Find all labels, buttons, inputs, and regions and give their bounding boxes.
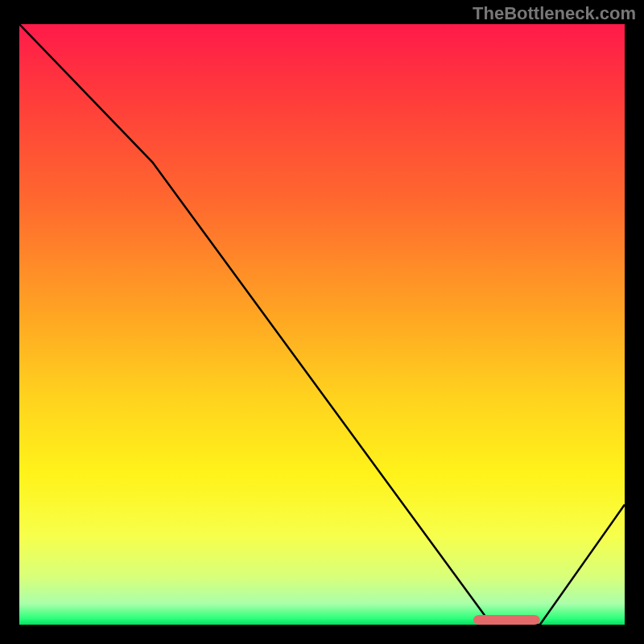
- chart-frame: [19, 24, 625, 625]
- watermark-text: TheBottleneck.com: [473, 3, 636, 24]
- page-root: TheBottleneck.com: [0, 0, 644, 644]
- optimal-marker: [19, 24, 625, 625]
- svg-rect-1: [473, 615, 540, 625]
- plot-area: [19, 24, 625, 625]
